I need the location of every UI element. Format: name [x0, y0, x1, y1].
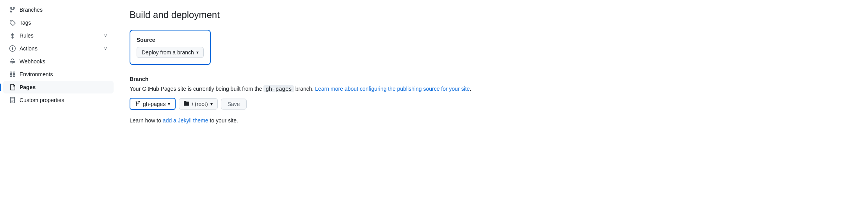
folder-chevron-icon: ▾ — [210, 101, 213, 107]
branch-description-text: Your GitHub Pages site is currently bein… — [130, 86, 262, 92]
save-button[interactable]: Save — [221, 99, 247, 110]
sidebar: Branches Tags Rules ∨ — [0, 0, 117, 212]
sidebar-item-label-rules: Rules — [20, 32, 34, 39]
main-content: Build and deployment Source Deploy from … — [117, 0, 868, 212]
sidebar-item-label-webhooks: Webhooks — [20, 58, 45, 65]
folder-dropdown-label: / (root) — [192, 101, 208, 107]
sidebar-item-rules[interactable]: Rules ∨ — [3, 29, 114, 42]
custom-properties-icon — [9, 97, 16, 103]
branch-name-code: gh-pages — [263, 85, 293, 92]
rules-icon — [9, 32, 16, 39]
jekyll-suffix: to your site. — [210, 117, 238, 124]
actions-chevron-icon: ∨ — [104, 46, 107, 51]
sidebar-item-webhooks[interactable]: Webhooks — [3, 55, 114, 68]
sidebar-item-label-tags: Tags — [20, 20, 31, 26]
branch-dropdown-label: gh-pages — [143, 101, 165, 107]
branch-dropdown-chevron-icon: ▾ — [168, 101, 170, 107]
deploy-dropdown-button[interactable]: Deploy from a branch ▾ — [137, 47, 204, 58]
sidebar-item-label-environments: Environments — [20, 71, 53, 77]
actions-icon — [9, 45, 16, 52]
branch-dropdown-button[interactable]: gh-pages ▾ — [130, 98, 176, 110]
rules-chevron-icon: ∨ — [104, 33, 107, 38]
sidebar-item-actions[interactable]: Actions ∨ — [3, 42, 114, 55]
sidebar-item-pages[interactable]: Pages — [3, 81, 114, 93]
sidebar-item-label-custom-properties: Custom properties — [20, 97, 64, 103]
page-title: Build and deployment — [130, 9, 856, 20]
branch-title: Branch — [130, 76, 856, 82]
folder-icon — [184, 101, 189, 107]
sidebar-item-branches[interactable]: Branches — [3, 4, 114, 16]
branch-description-suffix: branch. — [295, 86, 314, 92]
sidebar-item-environments[interactable]: Environments — [3, 68, 114, 81]
webhooks-icon — [9, 58, 16, 65]
sidebar-item-tags[interactable]: Tags — [3, 16, 114, 29]
branches-icon — [9, 7, 16, 13]
deploy-dropdown-label: Deploy from a branch — [142, 49, 194, 56]
branch-description: Your GitHub Pages site is currently bein… — [130, 84, 481, 93]
source-box: Source Deploy from a branch ▾ — [130, 30, 211, 65]
source-label: Source — [137, 37, 204, 43]
branch-controls: gh-pages ▾ / (root) ▾ Save — [130, 98, 856, 110]
folder-dropdown-button[interactable]: / (root) ▾ — [179, 98, 217, 110]
jekyll-prefix: Learn how to — [130, 117, 161, 124]
sidebar-item-label-actions: Actions — [20, 45, 37, 52]
sidebar-item-custom-properties[interactable]: Custom properties — [3, 94, 114, 106]
branch-section: Branch Your GitHub Pages site is current… — [130, 76, 856, 125]
sidebar-item-label-branches: Branches — [20, 7, 43, 13]
deploy-chevron-icon: ▾ — [196, 50, 199, 55]
jekyll-text: Learn how to add a Jekyll theme to your … — [130, 116, 856, 125]
pages-icon — [9, 84, 16, 90]
branch-dropdown-branch-icon — [135, 101, 141, 107]
jekyll-theme-link[interactable]: add a Jekyll theme — [163, 117, 208, 124]
environments-icon — [9, 71, 16, 77]
branch-learn-more-link[interactable]: Learn more about configuring the publish… — [315, 86, 470, 92]
tag-icon — [9, 20, 16, 26]
sidebar-item-label-pages: Pages — [20, 84, 36, 90]
